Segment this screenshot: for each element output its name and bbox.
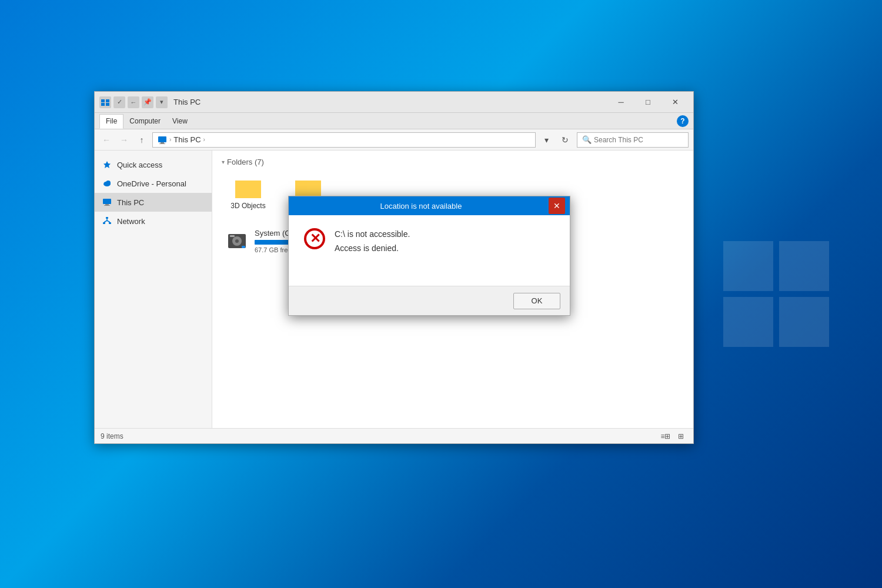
pin-icon: 📌 (142, 96, 153, 108)
svg-rect-9 (161, 142, 164, 143)
svg-rect-4 (101, 99, 105, 102)
error-icon: ✕ (303, 227, 326, 250)
windows-logo-watermark (717, 235, 835, 353)
cloud-icon (102, 178, 112, 189)
help-button[interactable]: ? (677, 115, 689, 127)
path-chevron2: › (203, 136, 205, 143)
folder-icon-3d (234, 176, 262, 199)
sidebar-item-network[interactable]: Network (95, 212, 212, 230)
maximize-button[interactable]: □ (634, 92, 662, 113)
svg-rect-20 (109, 222, 111, 224)
details-view-button[interactable]: ≡⊞ (659, 430, 672, 443)
ok-button[interactable]: OK (513, 293, 560, 309)
svg-point-32 (235, 239, 239, 243)
svg-text:✕: ✕ (310, 231, 320, 246)
svg-rect-18 (106, 217, 108, 219)
sidebar-label-network: Network (117, 217, 145, 226)
svg-line-23 (107, 220, 110, 222)
svg-rect-6 (101, 103, 105, 106)
svg-marker-26 (235, 181, 261, 184)
menu-bar: File Computer View ? (95, 113, 693, 129)
back-icon-small: ← (128, 96, 139, 108)
svg-line-22 (104, 220, 107, 222)
svg-rect-1 (779, 241, 829, 291)
path-chevron1: › (169, 136, 171, 143)
svg-rect-2 (723, 297, 773, 347)
folder-3d-objects[interactable]: 3D Objects (222, 172, 275, 213)
dialog-footer: OK (289, 286, 570, 315)
folders-chevron: ▾ (222, 159, 225, 165)
explorer-icon (99, 96, 111, 108)
title-bar: ✓ ← 📌 ▾ This PC ─ □ ✕ (95, 92, 693, 113)
svg-marker-29 (295, 181, 321, 184)
error-dialog: Location is not available ✕ ✕ C:\ is not… (288, 196, 570, 316)
drive-icon-c: C: (225, 229, 249, 253)
svg-rect-33 (230, 235, 235, 237)
up-button[interactable]: ↑ (135, 133, 149, 147)
back-button[interactable]: ← (99, 133, 113, 147)
window-title: This PC (173, 98, 607, 106)
sidebar: Quick access OneDrive - Personal This PC… (95, 151, 212, 428)
address-bar: ← → ↑ › This PC › ▾ ↻ 🔍 (95, 129, 693, 151)
folder-label-3d: 3D Objects (230, 202, 265, 210)
dialog-message-2: Access is denied. (335, 243, 410, 253)
tiles-view-button[interactable]: ⊞ (674, 430, 687, 443)
network-icon (102, 216, 112, 226)
status-bar: 9 items ≡⊞ ⊞ (95, 428, 693, 443)
search-icon: 🔍 (582, 135, 592, 144)
sidebar-label-onedrive: OneDrive - Personal (117, 179, 186, 188)
svg-rect-0 (723, 241, 773, 291)
refresh-button[interactable]: ↻ (557, 132, 573, 148)
dialog-body: ✕ C:\ is not accessible. Access is denie… (289, 215, 570, 286)
dialog-message-1: C:\ is not accessible. (335, 229, 410, 239)
svg-rect-34 (242, 246, 245, 248)
svg-rect-5 (106, 99, 109, 102)
menu-view[interactable]: View (166, 115, 193, 128)
path-this-pc[interactable]: This PC (173, 135, 201, 144)
svg-rect-8 (158, 136, 166, 142)
svg-point-14 (106, 181, 111, 185)
minimize-button[interactable]: ─ (607, 92, 634, 113)
address-dropdown-button[interactable]: ▾ (539, 133, 553, 147)
svg-text:C:: C: (228, 247, 233, 253)
folders-section-header: ▾ Folders (7) (222, 158, 684, 166)
window-controls: ─ □ ✕ (607, 92, 689, 113)
view-icons: ≡⊞ ⊞ (659, 430, 687, 443)
dialog-title-bar: Location is not available ✕ (289, 196, 570, 215)
dialog-close-button[interactable]: ✕ (549, 198, 565, 214)
items-count: 9 items (101, 432, 123, 440)
menu-computer[interactable]: Computer (123, 115, 166, 128)
sidebar-label-quick-access: Quick access (117, 161, 162, 169)
menu-file[interactable]: File (99, 114, 123, 129)
sidebar-label-this-pc: This PC (117, 198, 144, 207)
svg-rect-15 (103, 199, 111, 204)
search-box: 🔍 (577, 132, 689, 148)
monitor-icon (102, 197, 112, 208)
close-button[interactable]: ✕ (662, 92, 689, 113)
svg-rect-10 (159, 143, 165, 144)
sidebar-item-quick-access[interactable]: Quick access (95, 155, 212, 174)
search-input[interactable] (594, 136, 683, 144)
down-arrow-icon: ▾ (156, 96, 168, 108)
svg-rect-3 (779, 297, 829, 347)
svg-marker-24 (235, 184, 261, 198)
explorer-window: ✓ ← 📌 ▾ This PC ─ □ ✕ File Computer View… (94, 91, 694, 444)
sidebar-item-this-pc[interactable]: This PC (95, 193, 212, 212)
dialog-error-row: ✕ C:\ is not accessible. Access is denie… (303, 227, 556, 253)
sidebar-item-onedrive[interactable]: OneDrive - Personal (95, 174, 212, 193)
title-bar-icons: ✓ ← 📌 ▾ (99, 96, 168, 108)
svg-rect-19 (103, 222, 105, 224)
svg-rect-17 (104, 205, 110, 206)
svg-marker-11 (103, 161, 111, 168)
quick-access-icon: ✓ (113, 96, 125, 108)
dialog-messages: C:\ is not accessible. Access is denied. (335, 227, 410, 253)
svg-rect-16 (105, 204, 109, 205)
svg-rect-7 (106, 103, 109, 106)
forward-button[interactable]: → (117, 133, 131, 147)
address-path[interactable]: › This PC › (152, 132, 536, 148)
pc-icon-small (158, 135, 167, 145)
folders-header-text: Folders (7) (227, 158, 264, 166)
star-icon (102, 159, 112, 170)
dialog-title: Location is not available (293, 202, 549, 211)
